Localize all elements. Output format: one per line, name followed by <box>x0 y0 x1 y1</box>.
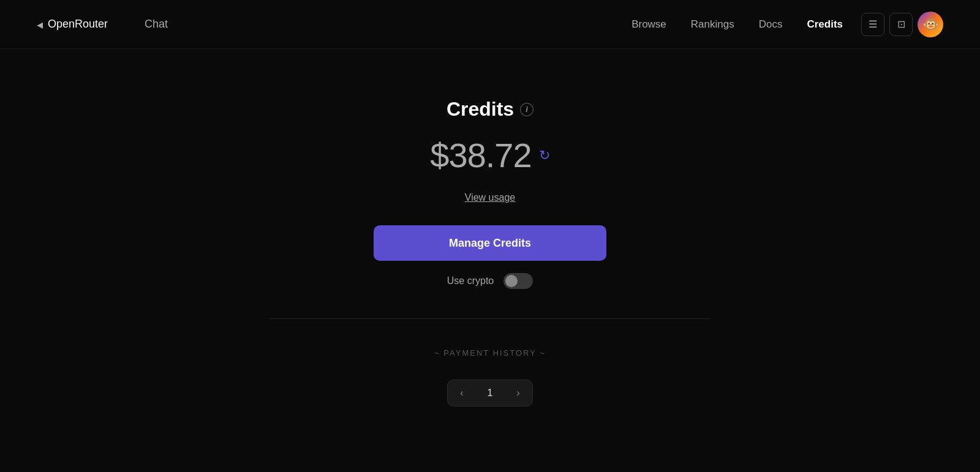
toggle-knob <box>505 275 518 287</box>
refresh-icon[interactable]: ↻ <box>539 148 550 163</box>
crypto-toggle[interactable] <box>503 273 533 289</box>
menu-button[interactable]: ☰ <box>861 13 884 36</box>
prev-icon: ‹ <box>460 388 463 399</box>
wallet-button[interactable]: ⊡ <box>889 13 913 36</box>
nav-link-credits[interactable]: Credits <box>807 18 843 31</box>
nav-links: Browse Rankings Docs Credits <box>631 18 843 31</box>
nav-link-rankings[interactable]: Rankings <box>691 18 734 31</box>
logo-text: OpenRouter <box>48 18 108 31</box>
navbar: ◂ OpenRouter Chat Browse Rankings Docs C… <box>0 0 980 49</box>
nav-chat-link[interactable]: Chat <box>145 18 168 31</box>
credits-amount: $38.72 <box>430 135 531 175</box>
wallet-icon: ⊡ <box>897 18 905 30</box>
pagination-prev-button[interactable]: ‹ <box>448 380 476 406</box>
nav-actions: ☰ ⊡ 🐵 <box>861 12 943 37</box>
credits-title-row: Credits i <box>447 98 533 121</box>
crypto-row: Use crypto <box>447 273 533 289</box>
page-title: Credits <box>447 98 514 121</box>
pagination-next-button[interactable]: › <box>504 380 532 406</box>
pagination-current-page: 1 <box>476 380 504 406</box>
avatar[interactable]: 🐵 <box>918 12 943 37</box>
pagination: ‹ 1 › <box>447 380 533 406</box>
payment-history-label: ~ PAYMENT HISTORY ~ <box>434 348 546 358</box>
avatar-emoji: 🐵 <box>922 17 939 32</box>
nav-link-docs[interactable]: Docs <box>759 18 783 31</box>
menu-icon: ☰ <box>869 18 877 30</box>
view-usage-link[interactable]: View usage <box>465 192 515 203</box>
credits-amount-row: $38.72 ↻ <box>430 135 549 175</box>
crypto-label: Use crypto <box>447 275 494 287</box>
divider <box>270 318 710 319</box>
nav-link-browse[interactable]: Browse <box>631 18 666 31</box>
main-content: Credits i $38.72 ↻ View usage Manage Cre… <box>0 49 980 406</box>
next-icon: › <box>516 388 519 399</box>
logo[interactable]: ◂ OpenRouter <box>37 17 108 32</box>
logo-icon: ◂ <box>37 17 43 32</box>
manage-credits-button[interactable]: Manage Credits <box>374 225 606 261</box>
info-icon[interactable]: i <box>520 103 533 116</box>
